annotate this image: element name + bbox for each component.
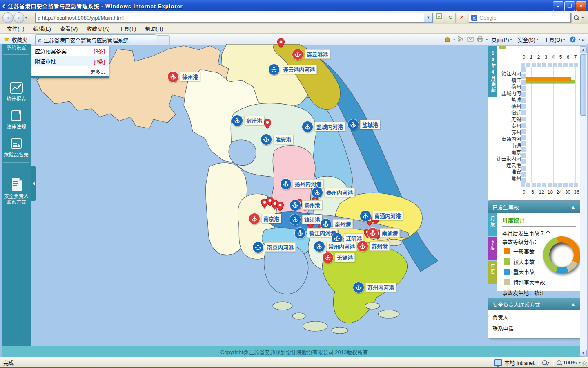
menu-item-0[interactable]: 文件(F) — [2, 23, 29, 34]
sidebar-item-4[interactable]: 安全负责人 联系方式 — [2, 177, 31, 206]
print-icon-dropdown[interactable]: ▾ — [486, 38, 488, 41]
new-tab-stub[interactable] — [156, 35, 170, 45]
port-marker-连云港港[interactable]: 连云港港 — [292, 49, 303, 60]
help-icon[interactable]: ? — [569, 36, 577, 43]
port-marker-淮安港[interactable]: 淮安港 — [261, 134, 272, 145]
command-button-label: 安全(S) — [518, 36, 535, 43]
favorites-label: 收藏夹 — [11, 36, 27, 43]
tab-active[interactable]: e 江苏省港口安全监管与应急管理系统 — [35, 34, 156, 45]
port-marker-无锡港[interactable]: 无锡港 — [323, 252, 333, 263]
port-marker-镇江港[interactable]: 镇江港 — [290, 214, 301, 225]
panel-collapse-icon[interactable]: ▲ — [570, 301, 576, 307]
accident-tab-年度[interactable]: 年度 — [488, 261, 497, 284]
back-button[interactable]: ‹ — [2, 12, 13, 23]
port-marker-盐城港[interactable]: 盐城港 — [348, 119, 359, 130]
protected-mode-dropdown-icon[interactable]: ▾ — [548, 361, 550, 364]
contact-panel-header[interactable]: 安全负责人联系方式 ▲ — [488, 298, 580, 310]
menu-bar: 文件(F)编辑(E)查看(V)收藏夹(A)工具(T)帮助(H) — [0, 24, 588, 34]
rss-feed-icon[interactable] — [457, 36, 465, 43]
overflow-chevron[interactable]: » — [582, 36, 585, 43]
vertical-scrollbar[interactable]: ▲ ▼ — [580, 46, 587, 357]
map-pin-icon[interactable] — [276, 202, 284, 211]
help-dropdown[interactable]: ▾ — [579, 38, 580, 41]
menu-item-2[interactable]: 查看(V) — [56, 23, 82, 34]
mail-icon[interactable] — [466, 36, 474, 43]
shortcut-row-0[interactable]: 应急预案备案[8条] — [31, 46, 109, 56]
home-icon[interactable] — [443, 36, 452, 43]
map-pin-icon[interactable] — [264, 119, 271, 129]
minimize-button[interactable]: – — [553, 1, 564, 11]
home-icon-dropdown[interactable]: ▾ — [453, 38, 455, 41]
axis-strip-top — [521, 63, 578, 67]
command-button-2[interactable]: 工具(O)▾ — [542, 35, 567, 44]
menu-item-5[interactable]: 帮助(H) — [140, 23, 167, 34]
monthly-stats-title: 月度统计 — [502, 216, 576, 224]
sidebar-item-1[interactable]: 统计报表 — [2, 82, 31, 103]
forward-button[interactable]: › — [13, 12, 24, 23]
refresh-button[interactable]: ↻ — [445, 13, 456, 23]
contact-panel-title: 安全负责人联系方式 — [492, 301, 540, 308]
chart-category-label: 镇江内河 — [490, 70, 521, 77]
port-marker-镇江内河港[interactable]: 镇江内河港 — [295, 228, 305, 238]
resize-grip[interactable] — [582, 361, 587, 366]
anchor-icon — [357, 241, 368, 251]
port-marker-连云港内河港[interactable]: 连云港内河港 — [269, 64, 279, 75]
address-dropdown-button[interactable]: ▼ — [424, 13, 433, 23]
history-dropdown-icon[interactable]: ▾ — [25, 16, 27, 20]
accident-tab-季度[interactable]: 季度 — [488, 237, 497, 260]
port-marker-南京内河港[interactable]: 南京内河港 — [253, 242, 263, 253]
address-input[interactable]: e http://localhost:8080/yjpt/Main.html — [35, 13, 425, 23]
search-button[interactable] — [571, 13, 581, 23]
accident-panel-header[interactable]: 已发生事故 ▲ — [488, 201, 580, 213]
menu-item-4[interactable]: 工具(T) — [114, 23, 141, 34]
port-marker-盐城内河港[interactable]: 盐城内河港 — [302, 121, 313, 132]
sidebar-item-2[interactable]: 法律法规 — [2, 110, 31, 131]
port-marker-泰州内河港[interactable]: 泰州内河港 — [312, 187, 323, 198]
close-button[interactable]: ✕ — [576, 1, 586, 11]
sidebar-item-0[interactable]: 系统设置 — [2, 44, 31, 51]
scrollbar-thumb[interactable] — [580, 54, 586, 116]
menu-item-1[interactable]: 编辑(E) — [29, 23, 56, 34]
scrolled-legend-fragment — [499, 46, 506, 49]
port-marker-宿迁港[interactable]: 宿迁港 — [232, 115, 243, 126]
sidebar-item-3[interactable]: 危险品名录 — [2, 137, 31, 159]
gridline — [575, 67, 576, 183]
favorites-button[interactable]: ★ 收藏夹 — [2, 35, 30, 44]
map-pin-icon[interactable] — [277, 38, 285, 48]
port-marker-南通内河港[interactable]: 南通内河港 — [360, 211, 371, 221]
port-marker-徐州港[interactable]: 徐州港 — [168, 72, 178, 82]
stop-button[interactable]: ✕ — [457, 13, 467, 23]
port-marker-南通港[interactable]: 南通港 — [368, 228, 378, 238]
port-marker-扬州内河港[interactable]: 扬州内河港 — [281, 179, 291, 189]
collapse-arrow-icon — [33, 182, 35, 186]
port-marker-苏州内河港[interactable]: 苏州内河港 — [353, 282, 364, 293]
command-button-0[interactable]: 页面(P)▾ — [489, 35, 514, 44]
ie-logo-icon: e — [2, 2, 6, 10]
port-label: 盐城内河港 — [314, 122, 345, 131]
port-marker-常州内河港[interactable]: 常州内河港 — [314, 241, 325, 252]
status-bar: 完成 本地 Intranet ▾ 100% ▾ — [0, 357, 588, 367]
compatibility-view-button[interactable] — [434, 13, 444, 23]
zoom-dropdown-icon[interactable]: ▾ — [579, 361, 581, 364]
port-label: 连云港内河港 — [281, 65, 317, 74]
search-options-dropdown-icon[interactable]: ▾ — [582, 16, 584, 20]
menu-item-3[interactable]: 收藏夹(A) — [82, 23, 114, 34]
gridline — [539, 67, 539, 183]
panel-collapse-icon[interactable]: ▲ — [570, 204, 576, 210]
intranet-zone-icon — [494, 359, 502, 366]
port-marker-南京港[interactable]: 南京港 — [249, 213, 260, 224]
port-marker-苏州港[interactable]: 苏州港 — [357, 241, 368, 251]
scroll-down-button[interactable]: ▼ — [580, 350, 587, 357]
gridline — [553, 67, 554, 183]
restore-button[interactable]: ❐ — [564, 1, 575, 11]
accident-tab-月度[interactable]: 月度 — [488, 213, 497, 236]
port-marker-扬州港[interactable]: 扬州港 — [290, 200, 301, 211]
scroll-up-button[interactable]: ▲ — [580, 46, 587, 53]
print-icon[interactable] — [476, 36, 484, 43]
sidebar-collapse-tab[interactable] — [31, 166, 36, 201]
shortcut-row-1[interactable]: 附证审批[0条] — [31, 56, 109, 66]
shortcut-more-link[interactable]: 更多... — [31, 66, 109, 76]
command-button-1[interactable]: 安全(S)▾ — [516, 35, 540, 44]
zoom-level[interactable]: 100% — [563, 359, 577, 366]
search-input[interactable]: g Google — [469, 13, 571, 23]
